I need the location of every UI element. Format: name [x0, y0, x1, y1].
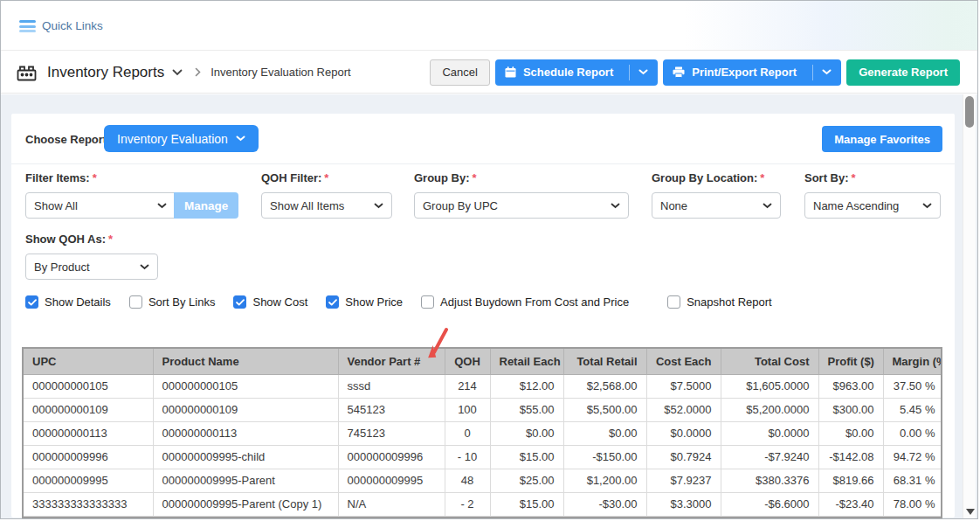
cell: $52.0000 — [646, 398, 721, 421]
chevron-down-icon — [611, 203, 620, 209]
chevron-down-icon — [763, 203, 772, 209]
cell: 000000009995-Parent — [153, 469, 338, 492]
scrollbar-thumb[interactable] — [965, 96, 974, 128]
show-qoh-as-select[interactable]: By Product — [25, 254, 158, 280]
checkbox-item: Show Price — [326, 295, 403, 309]
choose-report-label: Choose Report — [25, 133, 107, 146]
checkbox[interactable] — [233, 295, 246, 309]
report-type-dropdown[interactable]: Inventory Evaluation — [104, 125, 259, 152]
qoh-filter-select[interactable]: Show All Items — [261, 192, 392, 219]
group-by-select[interactable]: Group By UPC — [414, 192, 629, 219]
cell: $5,500.00 — [563, 398, 646, 421]
printer-icon — [673, 66, 685, 78]
cancel-button[interactable]: Cancel — [430, 59, 489, 86]
chevron-down-icon — [922, 203, 932, 209]
checkbox-item: Show Details — [25, 295, 111, 309]
cell: 545123 — [338, 398, 445, 421]
column-header[interactable]: Margin (%) — [883, 349, 942, 374]
report-table: UPCProduct NameVendor Part #QOHRetail Ea… — [24, 349, 942, 517]
checkbox-label: Adjust Buydown From Cost and Price — [440, 295, 629, 309]
vertical-scrollbar[interactable] — [963, 94, 976, 518]
hamburger-menu-icon[interactable] — [19, 20, 36, 32]
cell: 5.45 % — [883, 398, 942, 421]
cell: $300.00 — [818, 398, 883, 421]
manage-favorites-button[interactable]: Manage Favorites — [822, 126, 942, 152]
filter-items-select[interactable]: Show All — [25, 192, 176, 219]
cell: $0.00 — [563, 421, 646, 445]
cell: -$6.6000 — [721, 492, 818, 516]
cell: 0.00 % — [883, 421, 942, 445]
scrollbar-down-arrow-icon[interactable] — [966, 509, 975, 515]
checkbox-label: Show Details — [45, 295, 111, 309]
table-row: 0000000001130000000001137451230$0.00$0.0… — [24, 421, 942, 445]
cell: $1,200.00 — [563, 469, 646, 492]
cell: N/A — [338, 492, 445, 516]
cell: $380.3376 — [721, 469, 818, 492]
cell: 000000000105 — [153, 374, 338, 398]
checkbox[interactable] — [129, 295, 142, 309]
column-header[interactable]: Retail Each — [490, 349, 563, 374]
chevron-down-icon — [374, 203, 383, 209]
column-header[interactable]: UPC — [24, 349, 153, 374]
calendar-icon — [505, 66, 516, 78]
manage-filter-button[interactable]: Manage — [174, 192, 238, 219]
cell: 000000000109 — [24, 398, 153, 421]
chevron-down-icon — [140, 264, 149, 270]
sort-by-select[interactable]: Name Ascending — [804, 192, 941, 219]
table-row: 000000000109000000000109545123100$55.00$… — [24, 398, 942, 421]
report-table-container: UPCProduct NameVendor Part #QOHRetail Ea… — [22, 347, 942, 518]
table-row: 000000009996000000009995-child0000000099… — [24, 445, 942, 469]
content-area: Choose Report Inventory Evaluation Manag… — [1, 94, 977, 518]
title-chevron-down-icon[interactable] — [172, 69, 183, 76]
schedule-report-dropdown-chevron-icon[interactable] — [629, 65, 648, 80]
cell: - 2 — [445, 492, 490, 516]
quick-links-link[interactable]: Quick Links — [42, 19, 103, 32]
divider — [11, 163, 955, 164]
table-row: 333333333333333000000009995-Parent (Copy… — [24, 492, 942, 516]
cell: 000000009995-child — [153, 445, 338, 469]
column-header[interactable]: Vendor Part # — [338, 349, 445, 374]
cell: 000000009996 — [24, 445, 153, 469]
group-by-location-select[interactable]: None — [652, 192, 781, 219]
cell: -$150.00 — [563, 445, 646, 469]
cell: - 10 — [445, 445, 490, 469]
checkbox-row: Show DetailsSort By LinksShow CostShow P… — [25, 295, 790, 309]
column-header[interactable]: Product Name — [153, 349, 338, 374]
cell: 000000009995-Parent (Copy 1) — [153, 492, 338, 516]
schedule-report-button[interactable]: Schedule Report — [495, 59, 658, 86]
cell: $55.00 — [490, 398, 563, 421]
cell: $12.00 — [490, 374, 563, 398]
checkbox[interactable] — [421, 295, 434, 309]
cell: $15.00 — [490, 492, 563, 516]
checkbox[interactable] — [326, 295, 339, 309]
cell: 0 — [445, 421, 490, 445]
checkbox[interactable] — [25, 295, 38, 309]
cell: -$142.08 — [818, 445, 883, 469]
column-header[interactable]: Profit ($) — [818, 349, 883, 374]
generate-report-button[interactable]: Generate Report — [846, 59, 960, 86]
show-qoh-as-label: Show QOH As:* — [25, 233, 158, 246]
cell: sssd — [338, 374, 445, 398]
cell: $0.0000 — [721, 421, 818, 445]
cell: 48 — [445, 469, 490, 492]
cell: -$23.40 — [818, 492, 883, 516]
chevron-down-icon — [157, 203, 167, 209]
column-header[interactable]: QOH — [445, 349, 490, 374]
print-export-report-button[interactable]: Print/Export Report — [663, 59, 841, 86]
filter-items-label: Filter Items:* — [25, 171, 238, 184]
cell: $0.00 — [490, 421, 563, 445]
column-header[interactable]: Total Retail — [563, 349, 646, 374]
cell: $7.9237 — [646, 469, 721, 492]
cell: $5,200.0000 — [721, 398, 818, 421]
checkbox[interactable] — [667, 295, 680, 309]
breadcrumb-chevron-right-icon — [195, 67, 201, 77]
cell: $0.0000 — [646, 421, 721, 445]
column-header[interactable]: Total Cost — [721, 349, 818, 374]
cell: $1,605.0000 — [721, 374, 818, 398]
cell: 000000000105 — [24, 374, 153, 398]
print-export-dropdown-chevron-icon[interactable] — [812, 65, 832, 80]
checkbox-label: Show Price — [345, 295, 403, 309]
cell: 37.50 % — [883, 374, 942, 398]
qoh-filter-label: QOH Filter:* — [261, 171, 392, 184]
column-header[interactable]: Cost Each — [646, 349, 721, 374]
